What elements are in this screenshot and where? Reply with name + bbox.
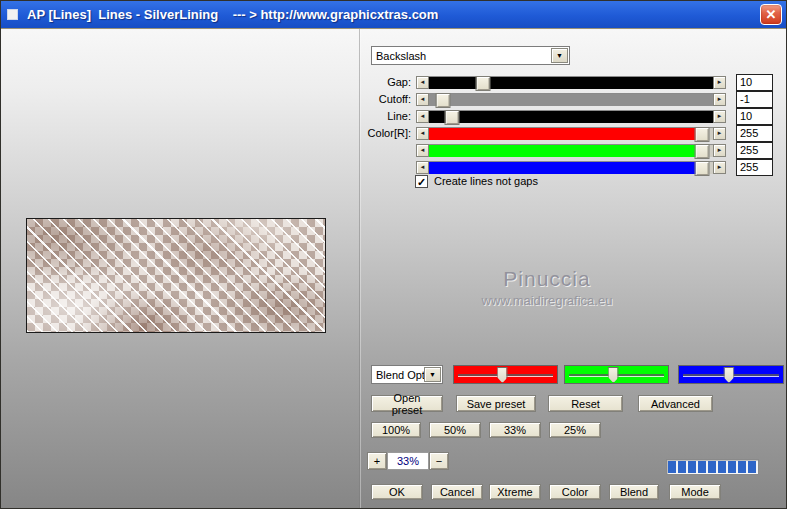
slider-increment-icon[interactable]: ► — [713, 93, 726, 106]
slider-track[interactable] — [429, 161, 713, 174]
slider-decrement-icon[interactable]: ◄ — [416, 144, 429, 157]
slider-track[interactable] — [429, 144, 713, 157]
create-lines-checkbox-label: Create lines not gaps — [434, 175, 538, 187]
slider-row-gap: Gap: ◄ ► 10 — [1, 76, 787, 89]
progress-segment — [718, 461, 726, 473]
slider-thumb[interactable] — [723, 367, 734, 383]
advanced-button[interactable]: Advanced — [638, 395, 713, 412]
open-preset-button[interactable]: Open preset — [371, 395, 443, 412]
slider-thumb[interactable] — [694, 161, 709, 176]
filter-preview-image[interactable] — [26, 218, 326, 333]
plugin-dialog: AP [Lines] Lines - SilverLining --- > ht… — [0, 0, 787, 509]
slider-track[interactable] — [429, 76, 713, 89]
color-button[interactable]: Color — [549, 484, 601, 500]
zoom-50-button[interactable]: 50% — [429, 422, 481, 438]
slider-fill — [429, 145, 696, 157]
slider-row-color-red: Color[R]: ◄ ► 255 — [1, 127, 787, 140]
slider-value-field[interactable]: 10 — [736, 108, 773, 125]
slider-track[interactable] — [429, 93, 713, 106]
close-icon: ✕ — [766, 7, 777, 22]
window-title: AP [Lines] Lines - SilverLining --- > ht… — [27, 7, 438, 22]
watermark: Pinuccia www.maidiregrafica.eu — [431, 267, 663, 308]
slider-track[interactable] — [429, 110, 713, 123]
slider-row-cutoff: Cutoff: ◄ ► -1 — [1, 93, 787, 106]
reset-button[interactable]: Reset — [548, 395, 623, 412]
slider-increment-icon[interactable]: ► — [713, 161, 726, 174]
zoom-out-button[interactable]: − — [429, 452, 449, 470]
slider-decrement-icon[interactable]: ◄ — [416, 110, 429, 123]
slider-thumb[interactable] — [444, 110, 459, 125]
progress-bar — [666, 459, 759, 475]
create-lines-checkbox[interactable]: ✓ — [415, 175, 428, 188]
slider-decrement-icon[interactable]: ◄ — [416, 93, 429, 106]
slider-increment-icon[interactable]: ► — [713, 144, 726, 157]
zoom-25-button[interactable]: 25% — [549, 422, 601, 438]
slider-thumb[interactable] — [608, 367, 619, 383]
slider-row-color-green: ◄ ► 255 — [1, 144, 787, 157]
slider-thumb[interactable] — [694, 127, 709, 142]
progress-segment — [688, 461, 696, 473]
slider-decrement-icon[interactable]: ◄ — [416, 161, 429, 174]
slider-value-field[interactable]: 10 — [736, 74, 773, 91]
slider-increment-icon[interactable]: ► — [713, 127, 726, 140]
blend-options-value: Blend Opti — [372, 369, 424, 381]
slider-thumb[interactable] — [475, 76, 490, 91]
blend-slider-blue[interactable] — [678, 365, 784, 384]
progress-segment — [708, 461, 716, 473]
slider-thumb[interactable] — [694, 144, 709, 159]
slider-fill — [429, 111, 713, 123]
slider-fill — [429, 162, 696, 174]
progress-segment — [678, 461, 686, 473]
progress-segment — [668, 461, 676, 473]
slider-value-field[interactable]: 255 — [736, 159, 773, 176]
slider-label: Color[R]: — [351, 127, 411, 140]
blend-slider-green[interactable] — [564, 365, 669, 384]
blend-options-dropdown[interactable]: Blend Opti ▼ — [371, 365, 443, 384]
slider-increment-icon[interactable]: ► — [713, 76, 726, 89]
slider-value-field[interactable]: -1 — [736, 91, 773, 108]
save-preset-button[interactable]: Save preset — [456, 395, 536, 412]
zoom-100-button[interactable]: 100% — [371, 422, 421, 438]
slider-track[interactable] — [429, 127, 713, 140]
slider-value-field[interactable]: 255 — [736, 125, 773, 142]
progress-segment — [748, 461, 756, 473]
slider-thumb[interactable] — [436, 93, 451, 108]
title-bar[interactable]: AP [Lines] Lines - SilverLining --- > ht… — [1, 1, 786, 29]
slider-increment-icon[interactable]: ► — [713, 110, 726, 123]
create-lines-checkbox-row: ✓ Create lines not gaps — [415, 174, 538, 188]
watermark-name: Pinuccia — [431, 267, 663, 291]
cancel-button[interactable]: Cancel — [431, 484, 483, 500]
close-button[interactable]: ✕ — [760, 4, 782, 25]
progress-segment — [738, 461, 746, 473]
preset-dropdown[interactable]: Backslash ▼ — [371, 46, 570, 65]
mode-button[interactable]: Mode — [669, 484, 721, 500]
zoom-level-display: 33% — [387, 452, 429, 470]
slider-row-line: Line: ◄ ► 10 — [1, 110, 787, 123]
blend-button[interactable]: Blend — [609, 484, 659, 500]
progress-segment — [728, 461, 736, 473]
blend-slider-red[interactable] — [453, 365, 558, 384]
slider-label: Gap: — [351, 76, 411, 89]
slider-row-color-blue: ◄ ► 255 — [1, 161, 787, 174]
ok-button[interactable]: OK — [371, 484, 423, 500]
watermark-url: www.maidiregrafica.eu — [431, 293, 663, 308]
app-icon — [7, 9, 18, 20]
slider-label: Cutoff: — [351, 93, 411, 106]
chevron-down-icon[interactable]: ▼ — [551, 48, 568, 63]
slider-decrement-icon[interactable]: ◄ — [416, 76, 429, 89]
slider-fill — [429, 94, 713, 106]
progress-segment — [698, 461, 706, 473]
preset-dropdown-value: Backslash — [372, 50, 551, 62]
zoom-in-button[interactable]: + — [367, 452, 387, 470]
slider-fill — [429, 77, 713, 89]
slider-decrement-icon[interactable]: ◄ — [416, 127, 429, 140]
slider-thumb[interactable] — [497, 367, 508, 383]
slider-value-field[interactable]: 255 — [736, 142, 773, 159]
chevron-down-icon[interactable]: ▼ — [424, 367, 441, 382]
slider-label: Line: — [351, 110, 411, 123]
zoom-33-button[interactable]: 33% — [489, 422, 541, 438]
xtreme-button[interactable]: Xtreme — [489, 484, 541, 500]
slider-fill — [429, 128, 696, 140]
